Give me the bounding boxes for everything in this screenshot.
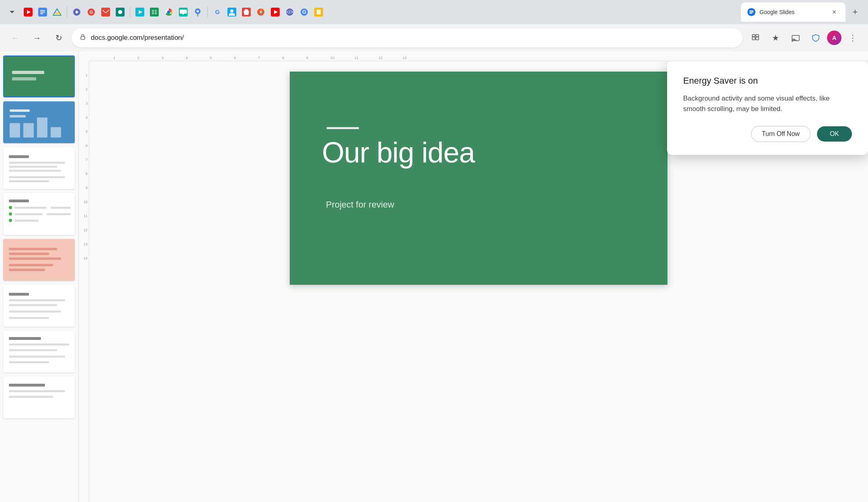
svg-line-8 [54,9,57,13]
google-favicon[interactable]: G [84,5,98,19]
refresh-btn[interactable]: ↻ [50,29,68,47]
youtube-favicon[interactable] [21,5,35,19]
svg-point-25 [167,10,170,14]
slide2-col3 [37,117,47,138]
slide2-col2 [23,123,34,138]
slide8-l2 [9,396,53,398]
contacts-favicon[interactable] [225,5,239,19]
ruler-h-tick-6: 6 [234,56,236,60]
svg-rect-51 [752,35,755,37]
docs-favicon[interactable] [35,5,50,19]
slide2-col1 [10,123,20,138]
chat-favicon[interactable] [176,5,190,19]
svg-text:G: G [215,8,220,15]
chrome-favicon[interactable] [162,5,176,19]
shopping-favicon[interactable] [239,5,254,19]
favicon-divider2 [130,6,130,18]
energy-saver-popup: Energy Saver is on Background activity a… [667,61,868,155]
menu-btn[interactable]: ⋮ [844,29,862,47]
svg-rect-47 [749,13,752,14]
ruler-h-tick-1: 1 [113,56,115,60]
slide-thumb-4[interactable] [3,193,75,235]
play-favicon[interactable] [133,5,147,19]
slide-thumb-6[interactable] [3,285,75,327]
slide3-l2 [9,166,57,168]
active-tab[interactable]: Google Slides ✕ [741,2,845,22]
yt2-favicon[interactable] [268,5,283,19]
devtools-favicon[interactable]: </> [283,5,297,19]
extension-btn[interactable] [747,29,764,47]
svg-rect-21 [155,12,157,12]
capturetools-favicon[interactable] [70,5,84,19]
slide6-title [9,293,29,296]
ruler-horizontal: 1 2 3 4 5 6 7 8 9 10 11 12 13 [89,51,868,61]
slide6-l3 [9,311,61,313]
tab-bar-left [5,5,19,19]
tab-close-btn[interactable]: ✕ [829,7,839,17]
ruler-h-tick-9: 9 [306,56,308,60]
svg-rect-4 [40,12,45,12]
meet-favicon[interactable] [113,5,127,19]
slide-thumb-1[interactable] [3,56,75,97]
svg-rect-18 [152,10,154,11]
cast-btn[interactable] [787,29,805,47]
slide-thumb-2[interactable] [3,101,75,143]
forward-btn[interactable]: → [28,29,46,47]
ruler-v-tick-1: 1 [86,73,88,77]
slide5-l1 [9,248,57,250]
slide-thumb-7[interactable] [3,331,75,372]
gmail-favicon[interactable] [98,5,113,19]
ruler-h-tick-2: 2 [137,56,139,60]
maps-favicon[interactable] [190,5,205,19]
slide7-l2 [9,349,57,351]
slide3-l4 [9,176,65,178]
svg-point-28 [197,10,199,12]
slide-thumb-5[interactable] [3,239,75,281]
profile-avatar[interactable]: A [827,31,841,45]
new-tab-btn[interactable]: + [847,4,863,20]
address-bar: ← → ↻ docs.google.com/presentation/ ★ A … [0,24,868,51]
tab-favicon [747,8,755,16]
gsheets-favicon[interactable] [147,5,162,19]
svg-rect-52 [756,35,759,37]
svg-rect-45 [749,10,753,11]
back-btn[interactable]: ← [6,29,24,47]
shield-btn[interactable] [807,29,825,47]
url-bar[interactable]: docs.google.com/presentation/ [72,28,743,47]
url-text: docs.google.com/presentation/ [91,34,735,42]
ruler-h-tick-5: 5 [210,56,212,60]
slide2-col4 [51,127,61,138]
slide4-row3 [9,219,71,222]
turn-off-now-button[interactable]: Turn Off Now [751,126,811,142]
slide2-line1 [10,109,30,112]
ruler-v-tick-11: 11 [84,214,88,218]
slide5-l4 [9,264,53,266]
app-area: 1 2 3 4 5 6 7 8 9 10 11 12 13 1 2 [0,51,868,502]
slide7-title [9,337,41,340]
browser-window: G G [0,0,868,502]
keep-favicon[interactable] [311,5,326,19]
gplus-favicon[interactable]: G [297,5,311,19]
svg-rect-17 [150,8,159,16]
energy-popup-body: Background activity and some visual effe… [683,93,852,114]
google2-favicon[interactable]: G [210,5,225,19]
ok-button[interactable]: OK [817,126,852,142]
photos-favicon[interactable] [254,5,268,19]
tab-group-collapse-btn[interactable] [5,5,19,19]
slide7-l1 [9,344,69,346]
star-btn[interactable]: ★ [767,29,784,47]
dot1 [9,206,12,209]
slide-canvas-area: 1 2 3 4 5 6 7 8 9 10 11 12 13 14 [79,61,868,502]
slide-main-title: Our big idea [322,136,475,169]
ruler-vertical: 1 2 3 4 5 6 7 8 9 10 11 12 13 14 [79,61,89,502]
drive-favicon[interactable] [50,5,64,19]
slide-main[interactable]: Our big idea Project for review [290,72,667,285]
slide2-line2 [10,115,26,117]
ruler-h-tick-7: 7 [258,56,260,60]
slide-thumb-3[interactable] [3,147,75,189]
slide-thumb-8[interactable] [3,376,75,418]
slide6-l4 [9,317,49,319]
svg-text:G: G [302,9,306,15]
svg-rect-12 [101,8,110,16]
favicon-divider3 [207,6,208,18]
